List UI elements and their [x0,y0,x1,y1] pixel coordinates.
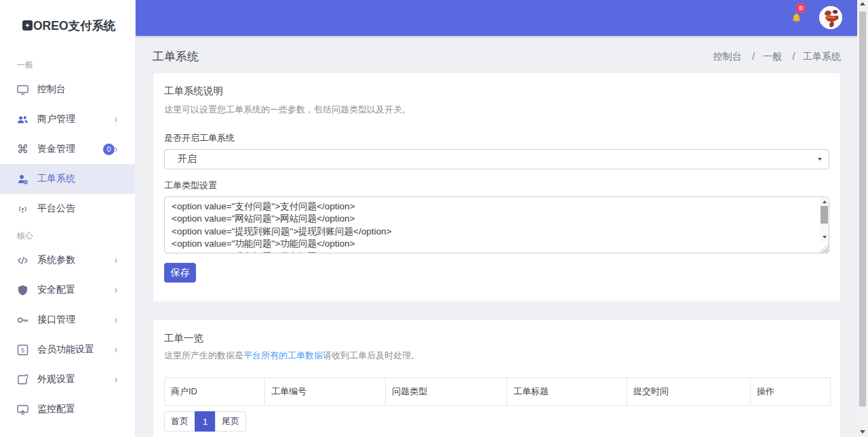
svg-text:5: 5 [21,346,24,353]
